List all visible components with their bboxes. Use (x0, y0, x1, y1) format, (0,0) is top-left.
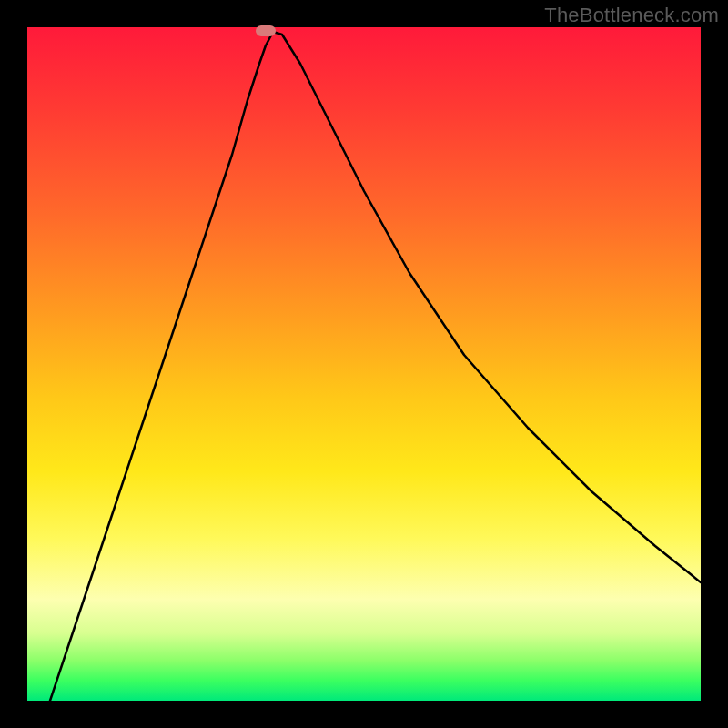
bottleneck-curve (27, 27, 701, 701)
plot-area (27, 27, 701, 701)
watermark-text: TheBottleneck.com (544, 4, 719, 27)
optimal-point-marker (256, 25, 276, 36)
chart-frame: TheBottleneck.com (0, 0, 728, 728)
